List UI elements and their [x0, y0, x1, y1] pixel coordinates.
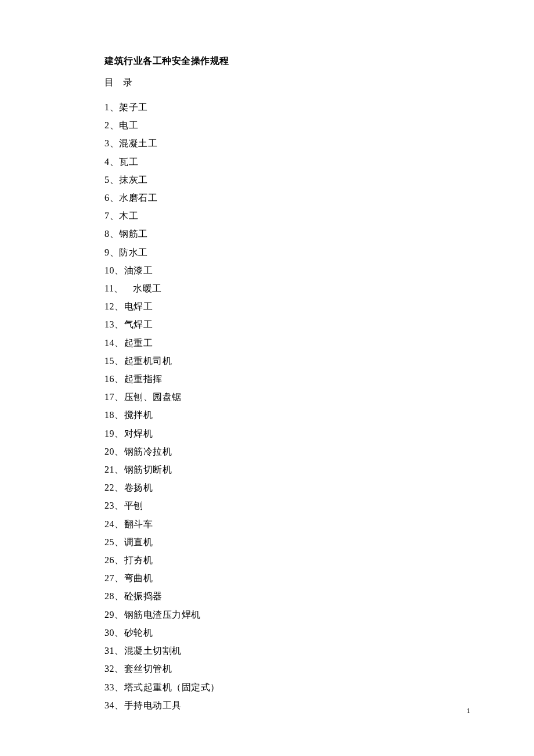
toc-item: 17、压刨、园盘锯	[104, 388, 482, 406]
toc-item: 19、对焊机	[104, 424, 482, 442]
toc-item: 18、搅拌机	[104, 406, 482, 424]
toc-item: 30、砂轮机	[104, 624, 482, 642]
toc-item: 27、弯曲机	[104, 569, 482, 587]
toc-item: 16、起重指挥	[104, 370, 482, 388]
toc-item: 23、平刨	[104, 496, 482, 514]
document-page: 建筑行业各工种安全操作规程 目 录 1、架子工 2、电工 3、混凝土工 4、瓦工…	[0, 0, 534, 714]
toc-item: 28、砼振捣器	[104, 587, 482, 605]
toc-item: 25、调直机	[104, 533, 482, 551]
toc-item: 9、防水工	[104, 243, 482, 261]
toc-item: 21、钢筋切断机	[104, 460, 482, 478]
toc-item: 12、电焊工	[104, 297, 482, 315]
toc-item: 20、钢筋冷拉机	[104, 442, 482, 460]
toc-item: 4、瓦工	[104, 153, 482, 171]
toc-list: 1、架子工 2、电工 3、混凝土工 4、瓦工 5、抹灰工 6、水磨石工 7、木工…	[104, 98, 482, 714]
toc-item: 6、水磨石工	[104, 189, 482, 207]
toc-item: 15、起重机司机	[104, 352, 482, 370]
toc-item: 13、气焊工	[104, 315, 482, 333]
toc-item: 7、木工	[104, 207, 482, 225]
toc-item: 22、卷扬机	[104, 478, 482, 496]
toc-item: 2、电工	[104, 116, 482, 134]
toc-item: 29、钢筋电渣压力焊机	[104, 606, 482, 624]
toc-item: 14、起重工	[104, 334, 482, 352]
toc-item: 33、塔式起重机（固定式）	[104, 678, 482, 696]
toc-item: 31、混凝土切割机	[104, 642, 482, 660]
toc-item: 24、翻斗车	[104, 515, 482, 533]
toc-item: 8、钢筋工	[104, 225, 482, 243]
toc-item: 34、手持电动工具	[104, 696, 482, 714]
toc-item: 5、抹灰工	[104, 171, 482, 189]
toc-item: 11、 水暖工	[104, 279, 482, 297]
toc-item: 3、混凝土工	[104, 134, 482, 152]
toc-item: 10、油漆工	[104, 261, 482, 279]
document-title: 建筑行业各工种安全操作规程	[104, 55, 482, 67]
toc-item: 26、打夯机	[104, 551, 482, 569]
toc-item: 1、架子工	[104, 98, 482, 116]
toc-item: 32、套丝切管机	[104, 660, 482, 678]
page-number: 1	[467, 707, 470, 715]
toc-label: 目 录	[104, 77, 482, 89]
